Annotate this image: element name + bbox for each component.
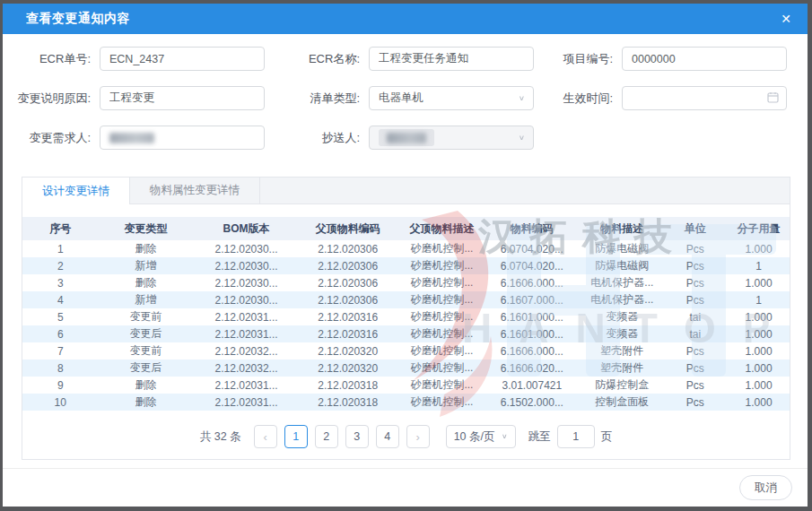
- chevron-down-icon: ∨: [519, 134, 525, 142]
- table-row[interactable]: 2新增2.12.02030...2.12.020306砂磨机控制...6.070…: [22, 257, 790, 274]
- table-cell: 砂磨机控制...: [397, 394, 488, 411]
- prev-page-button[interactable]: ‹: [254, 425, 277, 448]
- table-cell: 6.1607.000...: [487, 291, 576, 308]
- table-cell: 2.12.02032...: [193, 359, 299, 377]
- table-cell: 变更前: [99, 308, 194, 325]
- table-row[interactable]: 10删除2.12.02031...2.12.020318砂磨机控制...6.15…: [22, 394, 790, 411]
- table-cell: Pcs: [668, 291, 722, 308]
- form-area: ECR单号: ECR名称: 项目编号: 变更说明原因: 清单类型: 电器单机: [3, 34, 808, 165]
- page-button-1[interactable]: 1: [284, 425, 308, 448]
- page-size-value: 10 条/页: [454, 429, 495, 445]
- table-cell: 6.1502.000...: [487, 394, 576, 411]
- table-row[interactable]: 5变更前2.12.02031...2.12.020316砂磨机控制...6.16…: [22, 308, 790, 325]
- list-type-value: 电器单机: [379, 91, 423, 106]
- table-row[interactable]: 9删除2.12.02031...2.12.020318砂磨机控制...3.01.…: [22, 377, 790, 394]
- column-header: 变更类型: [99, 217, 194, 240]
- form-row-3: 变更需求人: 抄送人: ∨: [10, 126, 791, 150]
- tab-material-attr-change-detail[interactable]: 物料属性变更详情: [130, 178, 260, 204]
- list-type-select[interactable]: 电器单机 ∨: [369, 86, 534, 110]
- project-no-input[interactable]: [622, 47, 787, 71]
- close-icon[interactable]: ✕: [781, 13, 791, 25]
- page-button-2[interactable]: 2: [315, 425, 338, 448]
- table-cell: 2.12.02031...: [193, 377, 299, 394]
- table-cell: 8: [22, 359, 99, 377]
- table-cell: 砂磨机控制...: [397, 291, 488, 308]
- table-cell: 2.12.02030...: [193, 240, 299, 257]
- table-cell: 变频器: [577, 325, 668, 342]
- table-cell: 防爆电磁阀: [577, 257, 668, 274]
- table-row[interactable]: 1删除2.12.02030...2.12.020306砂磨机控制...6.070…: [22, 240, 790, 257]
- ecr-name-label: ECR名称:: [275, 51, 369, 67]
- table-cell: 防爆电磁阀: [577, 240, 668, 257]
- column-header: 物料描述: [577, 217, 668, 240]
- table-cell: 2.12.020320: [300, 342, 397, 359]
- chevron-down-icon: ∨: [502, 433, 508, 440]
- page-button-4[interactable]: 4: [376, 425, 399, 448]
- table-row[interactable]: 6变更后2.12.02031...2.12.020316砂磨机控制...6.16…: [22, 325, 790, 342]
- tab-design-change-detail[interactable]: 设计变更详情: [22, 178, 130, 204]
- table-cell: 1.000: [722, 308, 790, 325]
- column-header: 父顶物料编码: [300, 217, 397, 240]
- ecr-no-input[interactable]: [100, 47, 265, 71]
- table-cell: 2.12.020318: [300, 394, 397, 411]
- dialog-header: 查看变更通知内容 ✕: [3, 4, 808, 34]
- table-cell: 砂磨机控制...: [397, 308, 488, 325]
- page-jump: 跳至 页: [528, 425, 613, 448]
- table-cell: Pcs: [668, 257, 722, 274]
- table-cell: 1: [722, 257, 790, 274]
- table-cell: 砂磨机控制...: [397, 325, 488, 342]
- tab-panel-content: 汉拓科技 HANTOP 序号变更类型BOM版本父顶物料编码父顶物料描述物料编码物…: [22, 204, 790, 459]
- field-change-reason: 变更说明原因:: [10, 86, 275, 110]
- table-cell: 6.1601.000...: [487, 308, 576, 325]
- table-row[interactable]: 4新增2.12.02030...2.12.020306砂磨机控制...6.160…: [22, 291, 790, 308]
- change-requester-input[interactable]: [100, 126, 265, 150]
- table-cell: Pcs: [668, 274, 722, 291]
- field-cc-person: 抄送人: ∨: [275, 126, 539, 150]
- table-cell: 1.000: [722, 342, 790, 359]
- change-detail-table: 序号变更类型BOM版本父顶物料编码父顶物料描述物料编码物料描述单位分子用量分母用…: [22, 217, 790, 411]
- tab-label: 设计变更详情: [42, 184, 109, 199]
- table-cell: 砂磨机控制...: [397, 359, 488, 377]
- page-button-3[interactable]: 3: [345, 425, 369, 448]
- table-cell: 2.12.020306: [300, 257, 397, 274]
- table-cell: Pcs: [668, 394, 722, 411]
- next-page-button[interactable]: ›: [406, 425, 430, 448]
- table-cell: 6.1606.020...: [487, 359, 576, 377]
- page-size-select[interactable]: 10 条/页 ∨: [446, 425, 516, 448]
- tab-bar: 设计变更详情 物料属性变更详情: [22, 178, 790, 204]
- table-cell: 6.1606.000...: [487, 342, 576, 359]
- field-ecr-no: ECR单号:: [10, 47, 275, 71]
- table-cell: 砂磨机控制...: [397, 257, 488, 274]
- ecr-name-input[interactable]: [369, 47, 534, 71]
- table-cell: 2.12.02030...: [193, 274, 299, 291]
- table-cell: 6: [22, 325, 99, 342]
- table-row[interactable]: 3删除2.12.02030...2.12.020306砂磨机控制...6.160…: [22, 274, 790, 291]
- table-cell: 1.000: [722, 240, 790, 257]
- table-cell: 砂磨机控制...: [397, 274, 488, 291]
- dialog-footer: 取消: [3, 468, 808, 507]
- table-cell: tai: [668, 325, 722, 342]
- table-cell: 2: [22, 257, 99, 274]
- tab-label: 物料属性变更详情: [150, 183, 240, 198]
- dialog-title: 查看变更通知内容: [26, 11, 781, 27]
- cc-person-select[interactable]: ∨: [369, 126, 534, 150]
- change-reason-input[interactable]: [100, 86, 265, 110]
- table-cell: 2.12.02031...: [193, 325, 299, 342]
- jump-page-input[interactable]: [557, 425, 595, 448]
- table-row[interactable]: 7变更前2.12.02032...2.12.020320砂磨机控制...6.16…: [22, 342, 790, 359]
- project-no-label: 项目编号:: [539, 51, 622, 67]
- field-change-requester: 变更需求人:: [10, 126, 275, 150]
- table-cell: 1.000: [722, 394, 790, 411]
- table-cell: 5: [22, 308, 99, 325]
- cancel-button[interactable]: 取消: [739, 475, 792, 500]
- effective-time-picker[interactable]: [622, 86, 787, 110]
- table-cell: 砂磨机控制...: [397, 240, 488, 257]
- form-row-2: 变更说明原因: 清单类型: 电器单机 ∨ 生效时间:: [10, 86, 791, 110]
- effective-time-label: 生效时间:: [539, 91, 622, 107]
- column-header: BOM版本: [193, 217, 299, 240]
- jump-suffix: 页: [601, 429, 613, 445]
- table-cell: 控制盒面板: [577, 394, 668, 411]
- table-row[interactable]: 8变更后2.12.02032...2.12.020320砂磨机控制...6.16…: [22, 359, 790, 377]
- change-reason-label: 变更说明原因:: [10, 91, 100, 107]
- cc-person-label: 抄送人:: [275, 130, 369, 146]
